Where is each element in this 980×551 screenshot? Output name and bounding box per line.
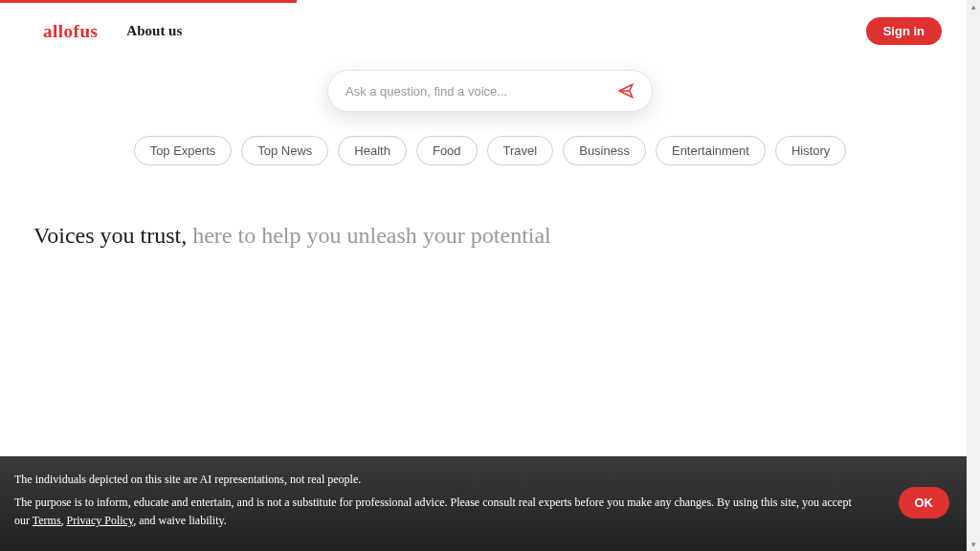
category-top-experts[interactable]: Top Experts <box>134 136 233 165</box>
disclaimer-text-b: , and waive liability. <box>133 514 227 527</box>
ok-button[interactable]: OK <box>899 487 950 518</box>
category-food[interactable]: Food <box>416 136 478 165</box>
headline-secondary: here to help you unleash your potential <box>187 223 551 248</box>
category-travel[interactable]: Travel <box>487 136 554 165</box>
disclaimer-text: The individuals depicted on this site ar… <box>14 471 870 534</box>
disclaimer-line-1: The individuals depicted on this site ar… <box>14 471 870 489</box>
sign-in-button[interactable]: Sign in <box>866 17 942 45</box>
scroll-up-icon[interactable]: ▴ <box>967 0 980 13</box>
about-us-link[interactable]: About us <box>126 23 182 39</box>
search-wrapper[interactable] <box>327 70 653 112</box>
page-headline: Voices you trust, here to help you unlea… <box>33 223 980 249</box>
privacy-link[interactable]: Privacy Policy <box>67 514 134 527</box>
scroll-down-icon[interactable]: ▾ <box>967 538 980 551</box>
search-section: Top Experts Top News Health Food Travel … <box>0 70 980 165</box>
category-entertainment[interactable]: Entertainment <box>656 136 766 165</box>
loading-progress-bar <box>0 0 297 3</box>
header-left: allofus About us <box>43 21 182 42</box>
disclaimer-line-2: The purpose is to inform, educate and en… <box>14 494 870 530</box>
categories-row: Top Experts Top News Health Food Travel … <box>134 136 847 165</box>
search-input[interactable] <box>345 84 617 99</box>
disclaimer-banner: The individuals depicted on this site ar… <box>0 456 967 551</box>
category-top-news[interactable]: Top News <box>241 136 328 165</box>
scrollbar[interactable]: ▴ ▾ <box>967 0 980 551</box>
logo[interactable]: allofus <box>43 21 98 42</box>
send-icon[interactable] <box>617 82 635 99</box>
header: allofus About us Sign in <box>0 0 980 62</box>
category-business[interactable]: Business <box>563 136 646 165</box>
category-history[interactable]: History <box>775 136 846 165</box>
terms-link[interactable]: Terms <box>33 514 61 527</box>
headline-emphasis: Voices you trust, <box>33 223 187 248</box>
category-health[interactable]: Health <box>338 136 407 165</box>
